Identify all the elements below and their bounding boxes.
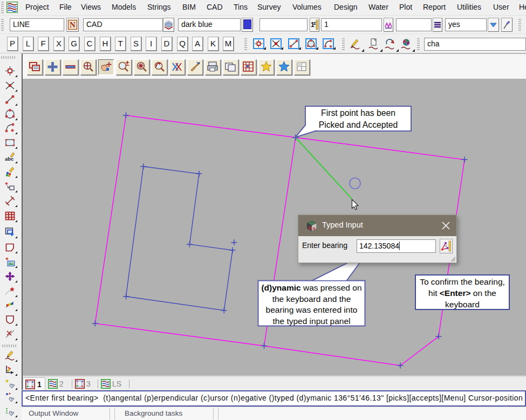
svg-text:N: N xyxy=(70,20,76,29)
svg-text:d: d xyxy=(313,226,315,230)
svg-text:z: z xyxy=(313,20,316,26)
svg-text:12: 12 xyxy=(308,226,312,230)
svg-text:abc: abc xyxy=(5,156,13,162)
